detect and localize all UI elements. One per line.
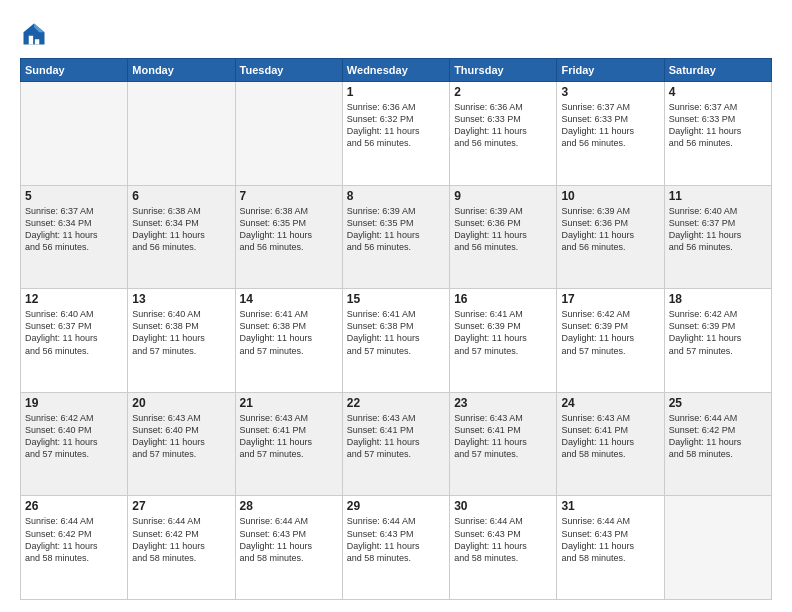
day-number: 17: [561, 292, 659, 306]
cell-info: Sunrise: 6:43 AM Sunset: 6:41 PM Dayligh…: [561, 412, 659, 461]
day-number: 1: [347, 85, 445, 99]
svg-rect-3: [35, 39, 39, 44]
calendar-cell: 15Sunrise: 6:41 AM Sunset: 6:38 PM Dayli…: [342, 289, 449, 393]
cell-info: Sunrise: 6:37 AM Sunset: 6:34 PM Dayligh…: [25, 205, 123, 254]
day-number: 4: [669, 85, 767, 99]
cell-info: Sunrise: 6:44 AM Sunset: 6:42 PM Dayligh…: [25, 515, 123, 564]
cell-info: Sunrise: 6:39 AM Sunset: 6:36 PM Dayligh…: [454, 205, 552, 254]
cell-info: Sunrise: 6:43 AM Sunset: 6:41 PM Dayligh…: [347, 412, 445, 461]
calendar-cell: 5Sunrise: 6:37 AM Sunset: 6:34 PM Daylig…: [21, 185, 128, 289]
calendar-cell: 2Sunrise: 6:36 AM Sunset: 6:33 PM Daylig…: [450, 82, 557, 186]
cell-info: Sunrise: 6:42 AM Sunset: 6:40 PM Dayligh…: [25, 412, 123, 461]
cell-info: Sunrise: 6:39 AM Sunset: 6:35 PM Dayligh…: [347, 205, 445, 254]
cell-info: Sunrise: 6:41 AM Sunset: 6:38 PM Dayligh…: [240, 308, 338, 357]
day-number: 5: [25, 189, 123, 203]
cell-info: Sunrise: 6:39 AM Sunset: 6:36 PM Dayligh…: [561, 205, 659, 254]
day-number: 29: [347, 499, 445, 513]
day-number: 20: [132, 396, 230, 410]
calendar-cell: 6Sunrise: 6:38 AM Sunset: 6:34 PM Daylig…: [128, 185, 235, 289]
day-number: 28: [240, 499, 338, 513]
cell-info: Sunrise: 6:41 AM Sunset: 6:39 PM Dayligh…: [454, 308, 552, 357]
cell-info: Sunrise: 6:36 AM Sunset: 6:33 PM Dayligh…: [454, 101, 552, 150]
calendar-cell: 16Sunrise: 6:41 AM Sunset: 6:39 PM Dayli…: [450, 289, 557, 393]
day-number: 30: [454, 499, 552, 513]
day-number: 26: [25, 499, 123, 513]
day-number: 14: [240, 292, 338, 306]
weekday-header-row: SundayMondayTuesdayWednesdayThursdayFrid…: [21, 59, 772, 82]
calendar-cell: 20Sunrise: 6:43 AM Sunset: 6:40 PM Dayli…: [128, 392, 235, 496]
calendar-cell: 21Sunrise: 6:43 AM Sunset: 6:41 PM Dayli…: [235, 392, 342, 496]
day-number: 23: [454, 396, 552, 410]
calendar: SundayMondayTuesdayWednesdayThursdayFrid…: [20, 58, 772, 600]
day-number: 25: [669, 396, 767, 410]
calendar-cell: 10Sunrise: 6:39 AM Sunset: 6:36 PM Dayli…: [557, 185, 664, 289]
cell-info: Sunrise: 6:41 AM Sunset: 6:38 PM Dayligh…: [347, 308, 445, 357]
cell-info: Sunrise: 6:44 AM Sunset: 6:43 PM Dayligh…: [561, 515, 659, 564]
cell-info: Sunrise: 6:36 AM Sunset: 6:32 PM Dayligh…: [347, 101, 445, 150]
calendar-cell: 27Sunrise: 6:44 AM Sunset: 6:42 PM Dayli…: [128, 496, 235, 600]
day-number: 18: [669, 292, 767, 306]
logo-icon: [20, 20, 48, 48]
header: [20, 16, 772, 48]
calendar-cell: 19Sunrise: 6:42 AM Sunset: 6:40 PM Dayli…: [21, 392, 128, 496]
calendar-cell: [664, 496, 771, 600]
week-row-4: 19Sunrise: 6:42 AM Sunset: 6:40 PM Dayli…: [21, 392, 772, 496]
calendar-cell: 23Sunrise: 6:43 AM Sunset: 6:41 PM Dayli…: [450, 392, 557, 496]
calendar-cell: 17Sunrise: 6:42 AM Sunset: 6:39 PM Dayli…: [557, 289, 664, 393]
calendar-cell: [21, 82, 128, 186]
cell-info: Sunrise: 6:44 AM Sunset: 6:42 PM Dayligh…: [669, 412, 767, 461]
day-number: 24: [561, 396, 659, 410]
calendar-cell: 13Sunrise: 6:40 AM Sunset: 6:38 PM Dayli…: [128, 289, 235, 393]
cell-info: Sunrise: 6:40 AM Sunset: 6:37 PM Dayligh…: [669, 205, 767, 254]
day-number: 7: [240, 189, 338, 203]
weekday-header-monday: Monday: [128, 59, 235, 82]
cell-info: Sunrise: 6:43 AM Sunset: 6:41 PM Dayligh…: [240, 412, 338, 461]
cell-info: Sunrise: 6:43 AM Sunset: 6:41 PM Dayligh…: [454, 412, 552, 461]
calendar-cell: 18Sunrise: 6:42 AM Sunset: 6:39 PM Dayli…: [664, 289, 771, 393]
cell-info: Sunrise: 6:38 AM Sunset: 6:34 PM Dayligh…: [132, 205, 230, 254]
cell-info: Sunrise: 6:44 AM Sunset: 6:42 PM Dayligh…: [132, 515, 230, 564]
day-number: 15: [347, 292, 445, 306]
calendar-cell: 24Sunrise: 6:43 AM Sunset: 6:41 PM Dayli…: [557, 392, 664, 496]
weekday-header-tuesday: Tuesday: [235, 59, 342, 82]
day-number: 12: [25, 292, 123, 306]
week-row-3: 12Sunrise: 6:40 AM Sunset: 6:37 PM Dayli…: [21, 289, 772, 393]
weekday-header-saturday: Saturday: [664, 59, 771, 82]
calendar-cell: [128, 82, 235, 186]
day-number: 8: [347, 189, 445, 203]
cell-info: Sunrise: 6:37 AM Sunset: 6:33 PM Dayligh…: [669, 101, 767, 150]
calendar-cell: 7Sunrise: 6:38 AM Sunset: 6:35 PM Daylig…: [235, 185, 342, 289]
cell-info: Sunrise: 6:42 AM Sunset: 6:39 PM Dayligh…: [561, 308, 659, 357]
calendar-cell: 30Sunrise: 6:44 AM Sunset: 6:43 PM Dayli…: [450, 496, 557, 600]
day-number: 22: [347, 396, 445, 410]
cell-info: Sunrise: 6:43 AM Sunset: 6:40 PM Dayligh…: [132, 412, 230, 461]
calendar-cell: 25Sunrise: 6:44 AM Sunset: 6:42 PM Dayli…: [664, 392, 771, 496]
page: SundayMondayTuesdayWednesdayThursdayFrid…: [0, 0, 792, 612]
day-number: 31: [561, 499, 659, 513]
cell-info: Sunrise: 6:37 AM Sunset: 6:33 PM Dayligh…: [561, 101, 659, 150]
calendar-cell: 12Sunrise: 6:40 AM Sunset: 6:37 PM Dayli…: [21, 289, 128, 393]
cell-info: Sunrise: 6:44 AM Sunset: 6:43 PM Dayligh…: [347, 515, 445, 564]
day-number: 3: [561, 85, 659, 99]
cell-info: Sunrise: 6:44 AM Sunset: 6:43 PM Dayligh…: [454, 515, 552, 564]
svg-rect-2: [29, 36, 33, 45]
calendar-cell: 11Sunrise: 6:40 AM Sunset: 6:37 PM Dayli…: [664, 185, 771, 289]
calendar-cell: 3Sunrise: 6:37 AM Sunset: 6:33 PM Daylig…: [557, 82, 664, 186]
calendar-cell: 14Sunrise: 6:41 AM Sunset: 6:38 PM Dayli…: [235, 289, 342, 393]
cell-info: Sunrise: 6:42 AM Sunset: 6:39 PM Dayligh…: [669, 308, 767, 357]
weekday-header-friday: Friday: [557, 59, 664, 82]
day-number: 6: [132, 189, 230, 203]
calendar-cell: 29Sunrise: 6:44 AM Sunset: 6:43 PM Dayli…: [342, 496, 449, 600]
week-row-5: 26Sunrise: 6:44 AM Sunset: 6:42 PM Dayli…: [21, 496, 772, 600]
week-row-1: 1Sunrise: 6:36 AM Sunset: 6:32 PM Daylig…: [21, 82, 772, 186]
day-number: 21: [240, 396, 338, 410]
calendar-cell: 1Sunrise: 6:36 AM Sunset: 6:32 PM Daylig…: [342, 82, 449, 186]
day-number: 10: [561, 189, 659, 203]
cell-info: Sunrise: 6:40 AM Sunset: 6:37 PM Dayligh…: [25, 308, 123, 357]
day-number: 13: [132, 292, 230, 306]
calendar-cell: [235, 82, 342, 186]
day-number: 16: [454, 292, 552, 306]
day-number: 11: [669, 189, 767, 203]
weekday-header-wednesday: Wednesday: [342, 59, 449, 82]
weekday-header-thursday: Thursday: [450, 59, 557, 82]
